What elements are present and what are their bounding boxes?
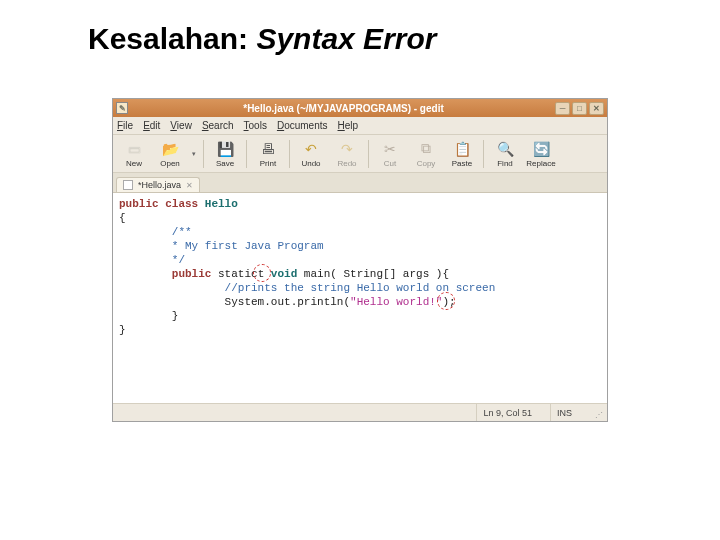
code-line: { [119,212,126,224]
open-dropdown[interactable]: ▾ [189,137,199,171]
undo-label: Undo [301,159,320,168]
paste-button[interactable]: 📋 Paste [445,137,479,171]
menu-help[interactable]: Help [338,120,359,131]
toolbar: ▭ New 📂 Open ▾ 💾 Save 🖶 Print ↶ Undo ↷ R… [113,135,607,173]
copy-button[interactable]: ⧉ Copy [409,137,443,171]
cut-button[interactable]: ✂ Cut [373,137,407,171]
save-button[interactable]: 💾 Save [208,137,242,171]
new-icon: ▭ [125,140,143,158]
cut-label: Cut [384,159,396,168]
code-cls: Hello [198,198,238,210]
close-button[interactable]: ✕ [589,102,604,115]
undo-icon: ↶ [302,140,320,158]
print-icon: 🖶 [259,140,277,158]
minimize-button[interactable]: ─ [555,102,570,115]
code-indent [119,268,172,280]
separator [483,140,484,168]
code-string: "Hello world!" [350,296,442,308]
save-label: Save [216,159,234,168]
redo-button[interactable]: ↷ Redo [330,137,364,171]
code-comment: /** [119,226,192,238]
paste-label: Paste [452,159,472,168]
undo-button[interactable]: ↶ Undo [294,137,328,171]
print-label: Print [260,159,276,168]
save-icon: 💾 [216,140,234,158]
code-void: void [264,268,297,280]
window-controls: ─ □ ✕ [555,102,604,115]
copy-label: Copy [417,159,436,168]
redo-label: Redo [337,159,356,168]
code-comment: //prints the string Hello world on scree… [119,282,495,294]
title-text-a: Kesalahan: [88,22,256,55]
open-button[interactable]: 📂 Open [153,137,187,171]
code-kw: public class [119,198,198,210]
menu-documents[interactable]: Documents [277,120,328,131]
error-semicolon: ); [442,295,455,309]
title-text-b: Syntax Error [256,22,436,55]
find-icon: 🔍 [496,140,514,158]
find-label: Find [497,159,513,168]
file-icon [123,180,133,190]
replace-icon: 🔄 [532,140,550,158]
code-text: main( String[] args ){ [297,268,449,280]
gedit-window: ✎ *Hello.java (~/MYJAVAPROGRAMS) - gedit… [112,98,608,422]
separator [246,140,247,168]
menu-view[interactable]: View [170,120,192,131]
app-icon: ✎ [116,102,128,114]
print-button[interactable]: 🖶 Print [251,137,285,171]
separator [289,140,290,168]
replace-label: Replace [526,159,555,168]
replace-button[interactable]: 🔄 Replace [524,137,558,171]
menu-search[interactable]: Search [202,120,234,131]
tab-hello-java[interactable]: *Hello.java ✕ [116,177,200,192]
new-label: New [126,159,142,168]
cut-icon: ✂ [381,140,399,158]
status-position: Ln 9, Col 51 [476,404,532,421]
statusbar: Ln 9, Col 51 INS ⋰ [113,403,607,421]
open-label: Open [160,159,180,168]
tab-label: *Hello.java [138,180,181,190]
code-text: statict [211,268,264,280]
find-button[interactable]: 🔍 Find [488,137,522,171]
error-statict: statict [211,267,264,281]
paste-icon: 📋 [453,140,471,158]
open-icon: 📂 [161,140,179,158]
status-insert-mode: INS [550,404,572,421]
separator [203,140,204,168]
copy-icon: ⧉ [417,140,435,158]
code-editor[interactable]: public class Hello { /** * My first Java… [113,193,607,403]
redo-icon: ↷ [338,140,356,158]
resize-grip-icon[interactable]: ⋰ [590,407,602,419]
menu-edit[interactable]: Edit [143,120,160,131]
code-comment: */ [119,254,185,266]
titlebar: ✎ *Hello.java (~/MYJAVAPROGRAMS) - gedit… [113,99,607,117]
menubar: File Edit View Search Tools Documents He… [113,117,607,135]
code-line: } [119,324,126,336]
code-kw: public [172,268,212,280]
maximize-button[interactable]: □ [572,102,587,115]
window-title: *Hello.java (~/MYJAVAPROGRAMS) - gedit [132,103,555,114]
separator [368,140,369,168]
tabbar: *Hello.java ✕ [113,173,607,193]
menu-tools[interactable]: Tools [244,120,267,131]
code-text: System.out.println( [119,296,350,308]
menu-file[interactable]: File [117,120,133,131]
slide-title: Kesalahan: Syntax Error [0,0,720,68]
new-button[interactable]: ▭ New [117,137,151,171]
code-comment: * My first Java Program [119,240,324,252]
code-line: } [119,310,178,322]
tab-close-icon[interactable]: ✕ [186,181,193,190]
